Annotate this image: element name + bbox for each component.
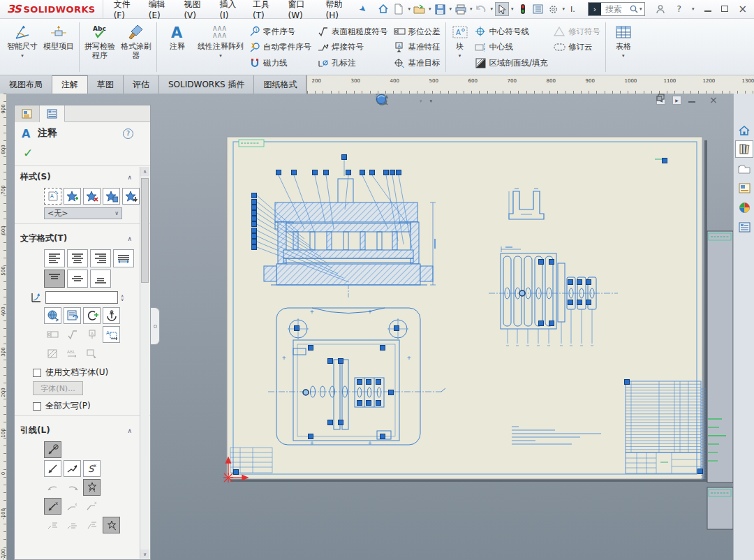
- tab-view-layout[interactable]: 视图布局: [0, 75, 52, 94]
- menu-file[interactable]: 文件(F): [108, 0, 142, 18]
- doc-close-button[interactable]: ×: [709, 96, 718, 104]
- chevron-down-icon[interactable]: ▾: [692, 6, 695, 12]
- menu-view[interactable]: 视图(V): [177, 0, 213, 18]
- align-left-button[interactable]: [44, 249, 65, 267]
- select-cursor-icon[interactable]: [495, 2, 509, 16]
- multi-leader-button[interactable]: [83, 479, 101, 496]
- format-painter-button[interactable]: 格式涂刷器: [118, 21, 154, 73]
- scroll-down-icon[interactable]: ∨: [140, 550, 149, 559]
- star-leader-button[interactable]: [103, 517, 120, 533]
- scroll-up-icon[interactable]: ∧: [140, 167, 149, 176]
- link-to-property-button[interactable]: [64, 307, 81, 324]
- auto-leader-button[interactable]: [44, 441, 61, 458]
- design-library-icon[interactable]: [735, 140, 753, 158]
- menu-window[interactable]: 窗口(W): [281, 0, 319, 18]
- bent-leader-button[interactable]: [64, 460, 81, 477]
- leader-nearest-button[interactable]: x: [44, 498, 61, 515]
- smart-dimension-button[interactable]: 智能尺寸 ▾: [4, 21, 40, 73]
- add-style-button[interactable]: [64, 188, 81, 205]
- justify-button[interactable]: [113, 249, 134, 267]
- no-style-button[interactable]: A: [44, 188, 61, 205]
- balloon-button[interactable]: 1 零件序号: [249, 24, 311, 39]
- chevron-down-icon[interactable]: ▾: [511, 6, 514, 12]
- tab-solidworks-addins[interactable]: SOLIDWORKS 插件: [159, 75, 254, 94]
- add-symbol-button[interactable]: [83, 307, 101, 324]
- style-preset-dropdown[interactable]: <无> ∨: [44, 207, 122, 219]
- options-gear-icon[interactable]: [547, 2, 561, 16]
- magnetic-line-button[interactable]: 磁力线: [249, 55, 311, 71]
- lock-anchor-button[interactable]: [103, 307, 120, 324]
- datum-target-button[interactable]: 基准目标: [394, 55, 441, 71]
- all-caps-row[interactable]: 全部大写(P): [33, 400, 150, 412]
- align-center-button[interactable]: [67, 249, 88, 267]
- tab-sheet-format[interactable]: 图纸格式: [254, 75, 306, 94]
- pin-menu-icon[interactable]: ➤: [357, 3, 369, 15]
- help-icon[interactable]: ?: [123, 128, 133, 139]
- interface-sketch-icon[interactable]: I.: [567, 2, 581, 16]
- centerline-button[interactable]: 中心线: [475, 40, 548, 55]
- note-pattern-button[interactable]: A: [103, 326, 120, 343]
- align-bottom-button[interactable]: [90, 270, 111, 288]
- style-section-header[interactable]: 样式(S) ∧: [15, 166, 150, 186]
- insert-hyperlink-button[interactable]: [44, 307, 61, 324]
- collapse-icon[interactable]: ∧: [127, 174, 132, 181]
- home-icon[interactable]: [735, 121, 753, 139]
- tab-evaluate[interactable]: 评估: [124, 75, 159, 94]
- maximize-button[interactable]: [721, 5, 728, 13]
- chevron-down-icon[interactable]: ▾: [563, 6, 566, 12]
- chevron-down-icon[interactable]: ▾: [490, 6, 493, 12]
- revision-cloud-button[interactable]: 修订云: [554, 40, 600, 55]
- area-hatch-button[interactable]: 区域剖面线/填充: [475, 55, 548, 71]
- chevron-down-icon[interactable]: ▾: [219, 53, 222, 59]
- geometric-tolerance-button[interactable]: 形位公差: [394, 24, 441, 39]
- user-icon[interactable]: [653, 2, 667, 16]
- appearances-icon[interactable]: [735, 199, 753, 216]
- next-document-button[interactable]: ▶: [672, 96, 681, 105]
- chevron-down-icon[interactable]: ▾: [408, 6, 411, 12]
- search-box[interactable]: › 搜索 ▾: [588, 2, 645, 16]
- save-icon[interactable]: [433, 2, 447, 16]
- menu-help[interactable]: 帮助(H): [320, 0, 356, 18]
- chevron-down-icon[interactable]: ▾: [430, 98, 433, 104]
- menu-tools[interactable]: 工具(T): [246, 0, 281, 18]
- note-button[interactable]: A 注释: [159, 21, 195, 73]
- datum-feature-button[interactable]: A 基准特征: [394, 40, 441, 55]
- leader-button[interactable]: [44, 460, 61, 477]
- menu-edit[interactable]: 编辑(E): [142, 0, 178, 18]
- block-button[interactable]: A 块 ▾: [448, 21, 472, 73]
- new-document-icon[interactable]: [392, 2, 406, 16]
- chevron-down-icon[interactable]: ▾: [640, 6, 642, 12]
- view-palette-icon[interactable]: [735, 179, 753, 197]
- collapse-icon[interactable]: ∧: [127, 235, 132, 242]
- tab-feature-manager[interactable]: [15, 105, 40, 122]
- menu-insert[interactable]: 插入(I): [214, 0, 246, 18]
- doc-minimize-button[interactable]: [688, 96, 695, 104]
- ok-button[interactable]: ✓: [23, 146, 33, 160]
- tab-property-manager[interactable]: [40, 105, 65, 122]
- spinner-down-icon[interactable]: ∨: [121, 297, 124, 301]
- hide-show-items-icon[interactable]: ▾: [429, 98, 434, 104]
- open-icon[interactable]: [413, 2, 427, 16]
- use-document-font-checkbox[interactable]: [33, 369, 41, 377]
- performance-evaluation-icon[interactable]: [516, 2, 530, 16]
- file-explorer-icon[interactable]: [735, 160, 753, 177]
- tab-annotation[interactable]: 注解: [52, 75, 88, 94]
- align-right-button[interactable]: [90, 249, 111, 267]
- align-top-button[interactable]: [44, 270, 65, 288]
- panel-collapse-handle[interactable]: [151, 307, 160, 345]
- hole-callout-button[interactable]: 孔标注: [317, 55, 388, 71]
- search-input[interactable]: 搜索: [601, 3, 629, 15]
- command-search-icon[interactable]: ›: [589, 3, 601, 15]
- display-pane-icon[interactable]: [531, 2, 545, 16]
- minimize-button[interactable]: [704, 5, 711, 13]
- tables-button[interactable]: 表格 ▾: [608, 21, 639, 73]
- home-icon[interactable]: [376, 2, 390, 16]
- center-mark-button[interactable]: 中心符号线: [475, 24, 548, 39]
- spell-checker-button[interactable]: Abc 拼写检验程序: [82, 21, 118, 73]
- weld-symbol-button[interactable]: 焊接符号: [317, 40, 388, 55]
- chevron-down-icon[interactable]: ▾: [21, 53, 24, 59]
- model-items-button[interactable]: 模型项目: [40, 21, 77, 73]
- collapse-icon[interactable]: ∧: [127, 427, 132, 434]
- load-style-button[interactable]: [122, 188, 140, 205]
- close-button[interactable]: ×: [738, 5, 747, 13]
